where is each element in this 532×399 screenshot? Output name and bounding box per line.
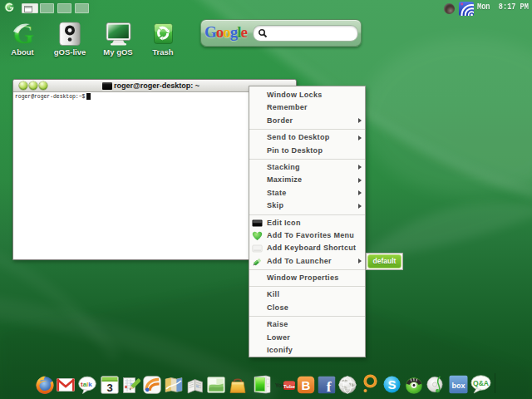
svg-text:B: B <box>301 378 310 392</box>
svg-text:3: 3 <box>106 382 112 394</box>
svg-text:f: f <box>327 379 332 394</box>
svg-text:Tube: Tube <box>283 384 295 389</box>
svg-text:Q&A: Q&A <box>473 379 489 387</box>
svg-text:talk: talk <box>81 381 92 388</box>
svg-text:S: S <box>387 377 396 392</box>
svg-text:box: box <box>451 382 465 390</box>
